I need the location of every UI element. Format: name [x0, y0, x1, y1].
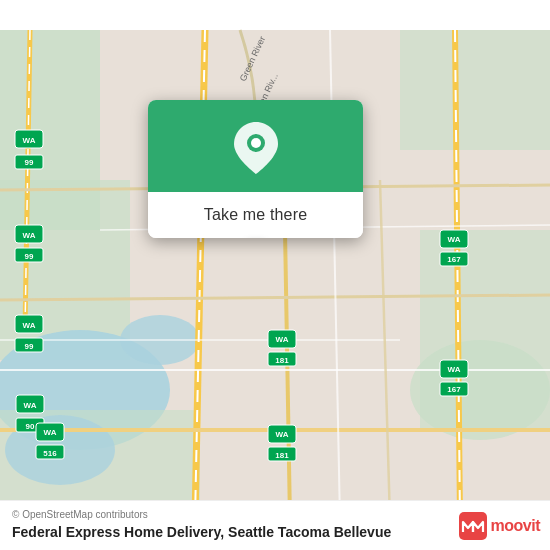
svg-text:WA: WA [276, 335, 289, 344]
map-background: WA 99 WA 99 WA 99 WA 90 I 15 I 15 WA 167… [0, 0, 550, 550]
svg-text:WA: WA [23, 321, 36, 330]
map-container: WA 99 WA 99 WA 99 WA 90 I 15 I 15 WA 167… [0, 0, 550, 550]
svg-text:WA: WA [448, 365, 461, 374]
bottom-info-bar: © OpenStreetMap contributors Federal Exp… [0, 500, 550, 550]
svg-text:167: 167 [447, 385, 461, 394]
svg-text:99: 99 [25, 342, 34, 351]
svg-text:WA: WA [23, 136, 36, 145]
moovit-brand-text: moovit [491, 517, 540, 535]
svg-text:WA: WA [448, 235, 461, 244]
svg-text:WA: WA [23, 231, 36, 240]
svg-text:90: 90 [26, 422, 35, 431]
location-popup: Take me there [148, 100, 363, 238]
svg-text:516: 516 [43, 449, 57, 458]
take-me-there-button[interactable]: Take me there [148, 192, 363, 238]
svg-text:WA: WA [276, 430, 289, 439]
svg-text:WA: WA [24, 401, 37, 410]
svg-text:99: 99 [25, 158, 34, 167]
svg-rect-5 [400, 30, 550, 150]
svg-text:181: 181 [275, 356, 289, 365]
svg-text:167: 167 [447, 255, 461, 264]
svg-point-7 [410, 340, 550, 440]
svg-text:99: 99 [25, 252, 34, 261]
location-pin-icon [234, 122, 278, 174]
moovit-logo: moovit [459, 512, 540, 540]
popup-header [148, 100, 363, 192]
moovit-logo-icon [459, 512, 487, 540]
svg-text:WA: WA [44, 428, 57, 437]
svg-text:181: 181 [275, 451, 289, 460]
svg-point-70 [251, 138, 261, 148]
